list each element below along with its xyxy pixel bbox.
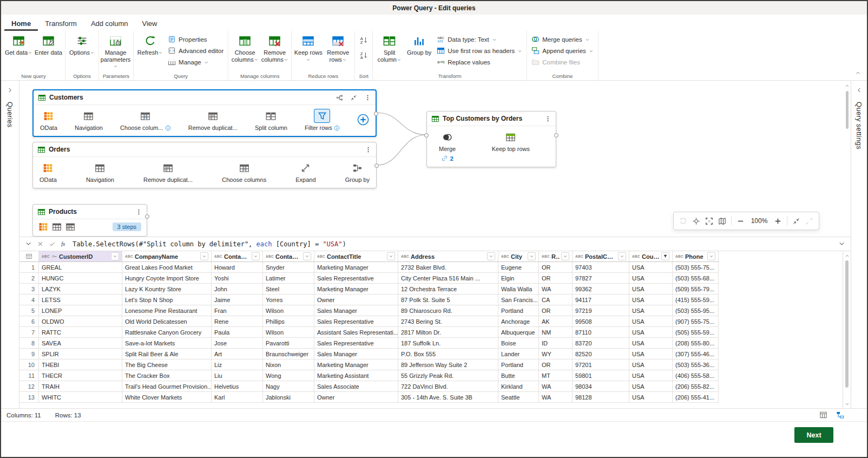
- cell[interactable]: USA: [629, 316, 673, 327]
- cell[interactable]: Owner: [314, 295, 398, 305]
- cell[interactable]: Howard: [212, 262, 263, 273]
- cell[interactable]: USA: [629, 392, 673, 403]
- cell[interactable]: 2732 Baker Blvd.: [398, 262, 498, 273]
- cell[interactable]: USA: [629, 370, 673, 381]
- cell[interactable]: Lazy K Kountry Store: [122, 284, 212, 295]
- column-menu-icon[interactable]: [303, 252, 311, 260]
- cell[interactable]: Liu: [212, 370, 263, 381]
- flow-icon[interactable]: [336, 94, 343, 101]
- grid-corner[interactable]: [19, 251, 39, 262]
- cell[interactable]: WY: [539, 349, 573, 359]
- cell[interactable]: John: [212, 284, 263, 295]
- cell[interactable]: WA: [539, 392, 573, 403]
- scroll-up-icon[interactable]: [843, 252, 851, 259]
- cell[interactable]: SPLIR: [39, 349, 122, 359]
- cell[interactable]: ID: [539, 338, 573, 349]
- cell[interactable]: THECR: [39, 370, 122, 381]
- cell[interactable]: USA: [629, 338, 673, 349]
- queries-pane-collapsed[interactable]: Queries: [1, 81, 19, 408]
- cell[interactable]: 83720: [573, 338, 629, 349]
- row-number[interactable]: 11: [19, 370, 39, 381]
- step-navigation[interactable]: Navigation: [86, 161, 114, 183]
- cell[interactable]: 89 Jefferson Way Suite 2: [398, 359, 498, 370]
- cell[interactable]: LAZYK: [39, 284, 122, 295]
- cell[interactable]: 99508: [573, 316, 629, 327]
- ribbon-enter-data-button[interactable]: Enter data: [34, 31, 63, 56]
- cell[interactable]: Karl: [212, 392, 263, 403]
- step-expand[interactable]: Expand: [295, 161, 315, 183]
- column-header-companyname[interactable]: ABCCompanyName: [122, 251, 212, 262]
- cell[interactable]: 98034: [573, 381, 629, 392]
- column-menu-icon[interactable]: [111, 252, 119, 260]
- column-header-contactname-2[interactable]: ABCContactName.2: [263, 251, 314, 262]
- tab-transform[interactable]: Transform: [38, 17, 84, 31]
- cell[interactable]: San Francis...: [498, 295, 539, 305]
- cell[interactable]: P.O. Box 555: [398, 349, 498, 359]
- cell[interactable]: Owner: [314, 392, 398, 403]
- step-navigation[interactable]: Navigation: [75, 109, 103, 131]
- query-box-products[interactable]: Products3 steps: [32, 204, 147, 237]
- cell[interactable]: HUNGC: [39, 273, 122, 284]
- grid-scrollbar[interactable]: [843, 251, 851, 408]
- cell[interactable]: GREAL: [39, 262, 122, 273]
- cell[interactable]: 97403: [573, 262, 629, 273]
- cell[interactable]: 722 DaVinci Blvd.: [398, 381, 498, 392]
- expand-formula-bar-icon[interactable]: [25, 240, 32, 247]
- cell[interactable]: (206) 555-82...: [673, 381, 719, 392]
- ribbon-get-data-button[interactable]: Get data: [4, 31, 34, 56]
- zoom-out-icon[interactable]: [737, 217, 745, 225]
- ribbon-remove-columns-button[interactable]: Remove columns: [260, 31, 290, 63]
- ribbon-manage-button[interactable]: Manage: [165, 57, 226, 67]
- cell[interactable]: Art: [212, 349, 263, 359]
- cell[interactable]: White Clover Markets: [122, 392, 212, 403]
- ribbon-replace-values-button[interactable]: abReplace values: [434, 57, 525, 67]
- filter-applied-icon[interactable]: [661, 252, 669, 260]
- row-number[interactable]: 3: [19, 284, 39, 295]
- column-header-address[interactable]: ABCAddress: [398, 251, 498, 262]
- cell[interactable]: USA: [629, 284, 673, 295]
- cell[interactable]: Yorres: [263, 295, 314, 305]
- cell[interactable]: WHITC: [39, 392, 122, 403]
- column-header-phone[interactable]: ABCPhone: [673, 251, 719, 262]
- cell[interactable]: USA: [629, 381, 673, 392]
- diagram-view-icon[interactable]: [836, 411, 844, 419]
- more-icon[interactable]: [544, 115, 551, 122]
- expand-queries-icon[interactable]: [7, 87, 13, 93]
- cell[interactable]: RATTC: [39, 327, 122, 338]
- ribbon-group-by-button[interactable]: Group by: [404, 31, 434, 56]
- cell[interactable]: Albuquerque: [498, 327, 539, 338]
- more-icon[interactable]: [364, 94, 371, 101]
- cell[interactable]: USA: [629, 349, 673, 359]
- cell[interactable]: MT: [539, 370, 573, 381]
- cell[interactable]: (415) 555-59...: [673, 295, 719, 305]
- cell[interactable]: 97201: [573, 359, 629, 370]
- column-header-contacttitle[interactable]: ABCContactTitle: [314, 251, 398, 262]
- more-icon[interactable]: [365, 146, 372, 153]
- cell[interactable]: Sales Representative: [314, 316, 398, 327]
- center-view-icon[interactable]: [692, 217, 700, 225]
- cell[interactable]: Let's Stop N Shop: [122, 295, 212, 305]
- cell[interactable]: 59801: [573, 370, 629, 381]
- row-number[interactable]: 6: [19, 316, 39, 327]
- column-header-customerid[interactable]: ABCCustomerID: [39, 251, 122, 262]
- merge-link-count[interactable]: 2: [441, 155, 453, 162]
- cell[interactable]: 99362: [573, 284, 629, 295]
- cell[interactable]: (503) 555-95...: [673, 305, 719, 316]
- cell[interactable]: Fran: [212, 305, 263, 316]
- cell[interactable]: Pavarotti: [263, 338, 314, 349]
- cell[interactable]: Sales Associate: [314, 381, 398, 392]
- cell[interactable]: Walla Walla: [498, 284, 539, 295]
- data-view-icon[interactable]: [819, 411, 827, 419]
- cell[interactable]: Save-a-lot Markets: [122, 338, 212, 349]
- ribbon-use-first-row-as-headers-button[interactable]: Use first row as headers: [434, 45, 525, 56]
- column-header-region[interactable]: ABCRegion: [539, 251, 573, 262]
- ribbon-remove-rows-button[interactable]: Remove rows: [323, 31, 353, 63]
- cell[interactable]: 82520: [573, 349, 629, 359]
- commit-formula-icon[interactable]: [49, 240, 56, 247]
- cell[interactable]: 89 Chiaroscuro Rd.: [398, 305, 498, 316]
- cell[interactable]: Eugene: [498, 262, 539, 273]
- canvas-scrollbar[interactable]: [844, 82, 850, 235]
- cell[interactable]: The Cracker Box: [122, 370, 212, 381]
- step-odata[interactable]: OData: [40, 161, 57, 183]
- ribbon-advanced-editor-button[interactable]: Advanced editor: [165, 45, 226, 56]
